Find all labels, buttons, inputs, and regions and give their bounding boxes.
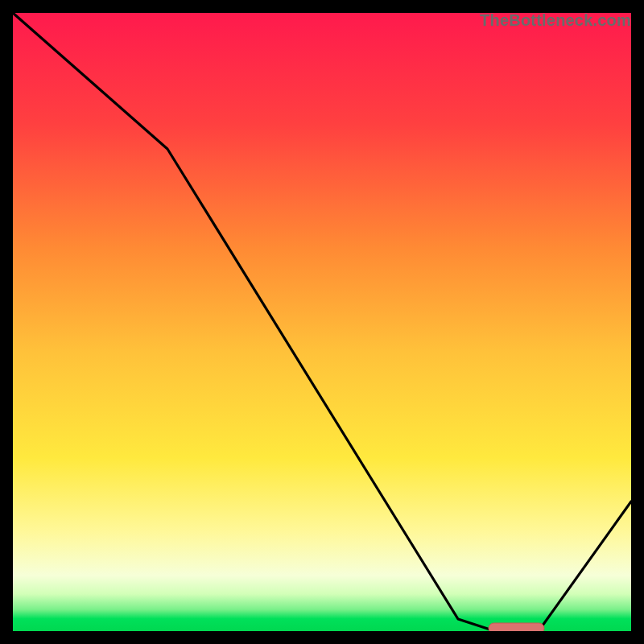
optimum-marker <box>489 623 544 631</box>
watermark-text: TheBottleneck.com <box>480 11 631 30</box>
gradient-background <box>13 13 631 631</box>
chart-frame: TheBottleneck.com <box>13 13 631 631</box>
chart-svg <box>13 13 631 631</box>
